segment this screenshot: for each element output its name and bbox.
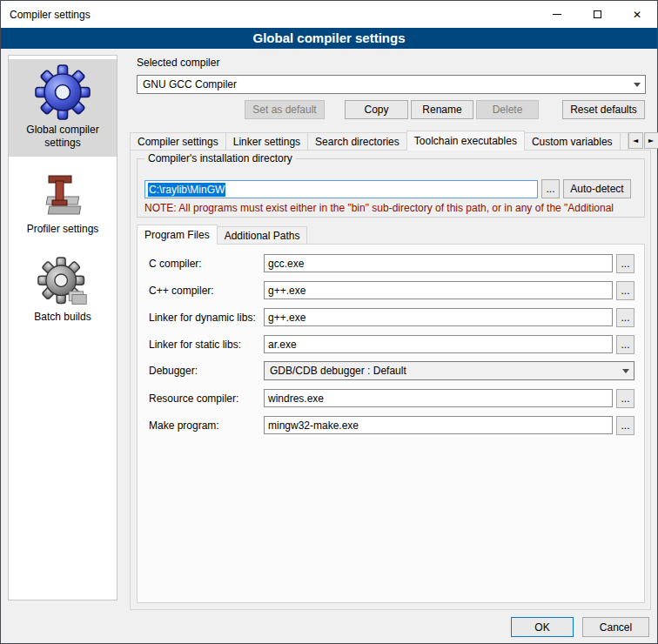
field-label: C++ compiler:	[149, 285, 214, 297]
installation-directory-input[interactable]: C:\raylib\MinGW	[144, 180, 538, 198]
dialog-header: Global compiler settings	[1, 28, 657, 49]
browse-button[interactable]: ...	[616, 335, 634, 354]
gray-gear-icon	[37, 257, 88, 307]
compiler-select-value: GNU GCC Compiler	[143, 78, 629, 91]
tab-search-directories[interactable]: Search directories	[307, 132, 407, 150]
window-title: Compiler settings	[1, 9, 91, 21]
rename-button[interactable]: Rename	[411, 100, 473, 119]
copy-button[interactable]: Copy	[345, 100, 408, 119]
sidebar-item-global-compiler-settings[interactable]: Global compiler settings	[9, 59, 117, 157]
field-label: Debugger:	[149, 365, 198, 377]
field-label: Linker for dynamic libs:	[149, 312, 256, 324]
chevron-down-icon	[629, 76, 645, 93]
tab-compiler-settings[interactable]: Compiler settings	[130, 132, 226, 150]
resource-compiler-input[interactable]	[264, 389, 613, 407]
tab-custom-variables[interactable]: Custom variables	[524, 132, 621, 150]
tab-scroll-right-icon[interactable]: ►	[644, 132, 658, 149]
reset-defaults-button[interactable]: Reset defaults	[562, 100, 645, 119]
program-files-tabstrip: Program Files Additional Paths	[137, 225, 306, 245]
close-icon: ✕	[633, 10, 641, 20]
settings-sidebar: Global compiler settings Profiler settin…	[8, 55, 118, 600]
field-row-make-program: Make program: ...	[137, 416, 645, 436]
minimize-icon	[553, 14, 561, 15]
browse-directory-button[interactable]: ...	[541, 179, 560, 198]
sidebar-item-label: Profiler settings	[10, 223, 115, 236]
window-controls: ✕	[537, 1, 657, 28]
field-label: Linker for static libs:	[149, 339, 241, 351]
cpp-compiler-input[interactable]	[264, 281, 613, 299]
field-row-linker-static: Linker for static libs: ...	[137, 335, 645, 355]
field-row-linker-dynamic: Linker for dynamic libs: ...	[137, 308, 645, 328]
sidebar-item-batch-builds[interactable]: Batch builds	[9, 252, 117, 331]
close-button[interactable]: ✕	[617, 1, 657, 28]
tab-build[interactable]: Build	[620, 132, 628, 150]
field-row-debugger: Debugger: GDB/CDB debugger : Default	[137, 361, 645, 381]
titlebar[interactable]: Compiler settings ✕	[1, 1, 657, 28]
field-row-resource-compiler: Resource compiler: ...	[137, 389, 645, 409]
auto-detect-button[interactable]: Auto-detect	[563, 179, 631, 198]
tab-scroll-arrows: ◄ ►	[628, 132, 658, 149]
field-label: C compiler:	[149, 258, 202, 270]
field-row-cpp-compiler: C++ compiler: ...	[137, 281, 645, 301]
cancel-button[interactable]: Cancel	[582, 617, 649, 637]
tab-additional-paths[interactable]: Additional Paths	[217, 226, 308, 244]
c-compiler-input[interactable]	[264, 254, 613, 272]
tab-program-files[interactable]: Program Files	[137, 225, 218, 245]
tab-linker-settings[interactable]: Linker settings	[225, 132, 308, 150]
browse-button[interactable]: ...	[616, 308, 634, 327]
tab-toolchain-executables[interactable]: Toolchain executables	[406, 131, 525, 151]
make-program-input[interactable]	[264, 416, 613, 434]
tab-scroll-left-icon[interactable]: ◄	[628, 132, 643, 149]
field-row-c-compiler: C compiler: ...	[137, 254, 645, 274]
sidebar-item-label: Batch builds	[10, 311, 115, 324]
debugger-select[interactable]: GDB/CDB debugger : Default	[264, 361, 634, 380]
set-as-default-button[interactable]: Set as default	[245, 100, 325, 119]
linker-dynamic-input[interactable]	[264, 308, 613, 326]
delete-button[interactable]: Delete	[476, 100, 539, 119]
sidebar-item-profiler-settings[interactable]: Profiler settings	[9, 165, 117, 243]
selected-compiler-label: Selected compiler	[137, 57, 219, 69]
browse-button[interactable]: ...	[616, 254, 634, 273]
minimize-button[interactable]	[537, 1, 577, 28]
installation-directory-value: C:\raylib\MinGW	[148, 183, 225, 197]
group-title: Compiler's installation directory	[144, 152, 296, 164]
ok-button[interactable]: OK	[511, 617, 574, 637]
chevron-down-icon	[618, 362, 634, 379]
browse-button[interactable]: ...	[616, 389, 634, 408]
browse-button[interactable]: ...	[616, 416, 634, 435]
compiler-settings-dialog: Compiler settings ✕ Global compiler sett…	[0, 0, 658, 644]
installation-directory-group: Compiler's installation directory C:\ray…	[137, 158, 645, 218]
field-label: Resource compiler:	[149, 392, 238, 405]
compiler-tabstrip: Compiler settings Linker settings Search…	[130, 131, 652, 151]
maximize-button[interactable]	[577, 1, 617, 28]
sidebar-item-label: Global compiler settings	[10, 124, 115, 150]
maximize-icon	[594, 10, 601, 18]
field-label: Make program:	[149, 419, 219, 432]
debugger-select-value: GDB/CDB debugger : Default	[270, 365, 618, 377]
note-text: NOTE: All programs must exist either in …	[144, 202, 641, 214]
blue-gear-icon	[35, 64, 91, 120]
linker-static-input[interactable]	[264, 335, 613, 353]
browse-button[interactable]: ...	[616, 281, 634, 300]
compiler-select[interactable]: GNU GCC Compiler	[137, 75, 646, 94]
profiler-icon	[38, 171, 87, 219]
